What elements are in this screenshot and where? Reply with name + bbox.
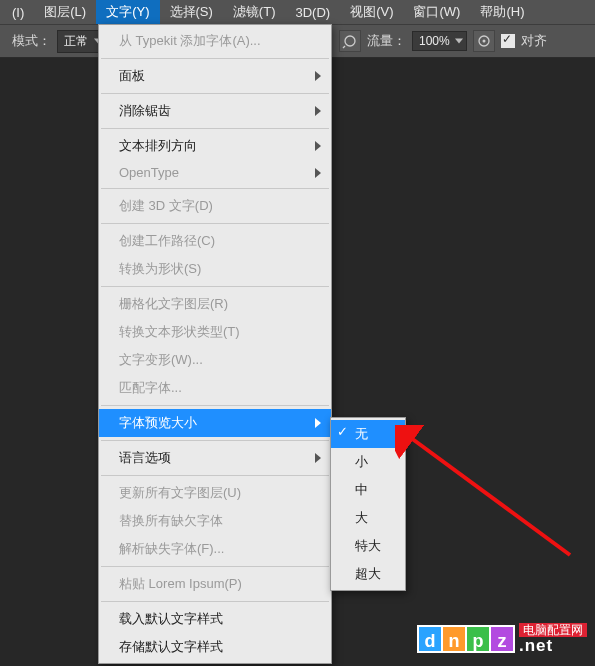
menu-edit-partial[interactable]: (I) [2, 2, 34, 23]
align-label: 对齐 [521, 32, 547, 50]
menu-view[interactable]: 视图(V) [340, 0, 403, 24]
menu-3d[interactable]: 3D(D) [285, 2, 340, 23]
menu-separator [101, 128, 329, 129]
menu-separator [101, 188, 329, 189]
menu-separator [101, 405, 329, 406]
flow-label: 流量： [367, 32, 406, 50]
menu-separator [101, 93, 329, 94]
menu-item[interactable]: 语言选项 [99, 444, 331, 472]
menu-item[interactable]: 存储默认文字样式 [99, 633, 331, 661]
flow-value[interactable]: 100% [412, 31, 467, 51]
watermark: d n p z 电脑配置网 .net [417, 623, 587, 654]
menu-item: 转换为形状(S) [99, 255, 331, 283]
menu-layer[interactable]: 图层(L) [34, 0, 96, 24]
watermark-logo: d n p z [417, 625, 513, 653]
submenu-item[interactable]: 无 [331, 420, 405, 448]
svg-point-2 [482, 40, 485, 43]
menu-separator [101, 223, 329, 224]
pressure-icon[interactable] [473, 30, 495, 52]
font-preview-size-submenu: 无小中大特大超大 [330, 417, 406, 591]
type-menu-dropdown: 从 Typekit 添加字体(A)...面板消除锯齿文本排列方向OpenType… [98, 24, 332, 664]
menu-separator [101, 286, 329, 287]
align-checkbox[interactable] [501, 34, 515, 48]
menu-item: 创建 3D 文字(D) [99, 192, 331, 220]
menu-type[interactable]: 文字(Y) [96, 0, 159, 24]
menubar: (I) 图层(L) 文字(Y) 选择(S) 滤镜(T) 3D(D) 视图(V) … [0, 0, 595, 24]
menu-item: 粘贴 Lorem Ipsum(P) [99, 570, 331, 598]
submenu-item[interactable]: 特大 [331, 532, 405, 560]
menu-item: 更新所有文字图层(U) [99, 479, 331, 507]
menu-item: 文字变形(W)... [99, 346, 331, 374]
airbrush-icon[interactable] [339, 30, 361, 52]
menu-item: 从 Typekit 添加字体(A)... [99, 27, 331, 55]
menu-separator [101, 601, 329, 602]
menu-item[interactable]: 消除锯齿 [99, 97, 331, 125]
watermark-cn: 电脑配置网 [519, 623, 587, 637]
menu-window[interactable]: 窗口(W) [403, 0, 470, 24]
menu-item: 匹配字体... [99, 374, 331, 402]
menu-item[interactable]: 载入默认文字样式 [99, 605, 331, 633]
menu-separator [101, 58, 329, 59]
submenu-item[interactable]: 中 [331, 476, 405, 504]
menu-item[interactable]: 字体预览大小 [99, 409, 331, 437]
menu-select[interactable]: 选择(S) [160, 0, 223, 24]
menu-separator [101, 566, 329, 567]
menu-item: 解析缺失字体(F)... [99, 535, 331, 563]
submenu-item[interactable]: 大 [331, 504, 405, 532]
menu-help[interactable]: 帮助(H) [470, 0, 534, 24]
menu-separator [101, 475, 329, 476]
menu-item[interactable]: 文本排列方向 [99, 132, 331, 160]
menu-item: OpenType [99, 160, 331, 185]
menu-item: 栅格化文字图层(R) [99, 290, 331, 318]
svg-point-0 [345, 36, 355, 46]
submenu-item[interactable]: 小 [331, 448, 405, 476]
menu-separator [101, 440, 329, 441]
mode-label: 模式： [12, 32, 51, 50]
watermark-en: .net [519, 637, 587, 654]
menu-item[interactable]: 面板 [99, 62, 331, 90]
submenu-item[interactable]: 超大 [331, 560, 405, 588]
menu-filter[interactable]: 滤镜(T) [223, 0, 286, 24]
menu-item: 替换所有缺欠字体 [99, 507, 331, 535]
menu-item: 创建工作路径(C) [99, 227, 331, 255]
menu-item: 转换文本形状类型(T) [99, 318, 331, 346]
